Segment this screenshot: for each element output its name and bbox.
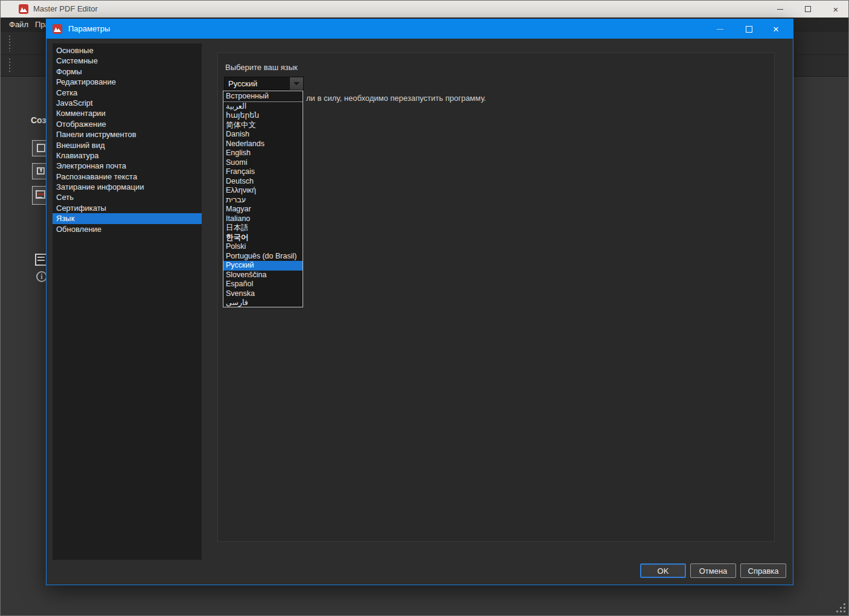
sidebar-item[interactable]: Клавиатура [53, 150, 202, 161]
language-combobox[interactable]: Русский [224, 77, 304, 91]
sidebar-item[interactable]: Формы [53, 66, 202, 77]
dialog-logo-icon [53, 24, 62, 34]
sidebar-item[interactable]: Сетка [53, 88, 202, 98]
sidebar-item[interactable]: Язык [53, 213, 202, 223]
create-heading: Соз [31, 115, 46, 125]
app-title: Master PDF Editor [33, 4, 98, 13]
sidebar-item[interactable]: Затирание информации [53, 182, 202, 192]
settings-category-list: ОсновныеСистемныеФормыРедактированиеСетк… [53, 43, 202, 560]
sidebar-item[interactable]: Редактирование [53, 77, 202, 87]
dropdown-item[interactable]: Suomi [223, 158, 303, 168]
dropdown-item[interactable]: Español [223, 280, 303, 289]
sidebar-item[interactable]: Отображение [53, 119, 202, 129]
dialog-maximize-button[interactable] [735, 19, 762, 39]
dropdown-item[interactable]: Polski [223, 242, 303, 252]
app-close-button[interactable]: × [822, 1, 849, 18]
minimize-icon [717, 29, 723, 30]
combobox-arrow-button[interactable] [289, 77, 303, 90]
dropdown-item[interactable]: Русский [223, 261, 303, 271]
app-minimize-button[interactable] [766, 1, 794, 18]
restart-note: ли в силу, необходимо перезапустить прог… [306, 94, 486, 103]
cancel-button[interactable]: Отмена [690, 563, 736, 578]
dropdown-item[interactable]: Français [223, 167, 303, 177]
sidebar-item[interactable]: Панели инструментов [53, 129, 202, 140]
dialog-titlebar: Параметры × [46, 19, 793, 39]
dropdown-item[interactable]: Встроенный [223, 92, 303, 102]
close-icon: × [833, 5, 839, 14]
dropdown-item[interactable]: Danish [223, 130, 303, 140]
dropdown-item[interactable]: Nederlands [223, 140, 303, 149]
dropdown-item[interactable]: Svenska [223, 289, 303, 299]
combobox-value: Русский [228, 79, 257, 88]
sidebar-item[interactable]: Сертификаты [53, 203, 202, 213]
app-logo-icon [19, 4, 28, 14]
dropdown-item[interactable]: Magyar [223, 205, 303, 214]
language-dropdown-list: Встроенныйالعربيةհայերեն简体中文DanishNederl… [223, 91, 303, 307]
toolbar-drag-handle[interactable] [9, 36, 11, 51]
language-label: Выберите ваш язык [225, 63, 298, 72]
chevron-down-icon [293, 82, 300, 85]
dialog-minimize-button[interactable] [706, 19, 733, 39]
close-icon: × [773, 24, 779, 34]
sidebar-item[interactable]: Сеть [53, 192, 202, 202]
app-maximize-button[interactable] [794, 1, 822, 18]
tools-drag-handle[interactable] [9, 59, 11, 73]
sidebar-item[interactable]: Распознавание текста [53, 172, 202, 182]
dropdown-item[interactable]: עברית [223, 196, 303, 205]
sidebar-item[interactable]: JavaScript [53, 98, 202, 108]
dropdown-item[interactable]: Deutsch [223, 177, 303, 187]
menu-file[interactable]: Файл [9, 20, 28, 29]
ok-button[interactable]: OK [640, 563, 686, 578]
settings-dialog: Параметры × ОсновныеСистемныеФормыРедакт… [46, 19, 793, 585]
dropdown-item[interactable]: فارسی [223, 298, 303, 307]
dropdown-item[interactable]: English [223, 149, 303, 158]
sidebar-item[interactable]: Комментарии [53, 108, 202, 118]
minimize-icon [777, 9, 783, 10]
dropdown-item[interactable]: Slovenščina [223, 271, 303, 280]
sidebar-item[interactable]: Электронная почта [53, 161, 202, 171]
window-resize-grip[interactable] [836, 611, 838, 612]
dropdown-item[interactable]: 简体中文 [223, 121, 303, 130]
sidebar-item[interactable]: Внешний вид [53, 140, 202, 150]
dropdown-item[interactable]: Ελληνική [223, 186, 303, 196]
dialog-close-button[interactable]: × [763, 19, 789, 39]
maximize-icon [805, 6, 811, 12]
app-titlebar: Master PDF Editor × [1, 1, 848, 18]
red-accent [37, 193, 44, 195]
dropdown-item[interactable]: 한국어 [223, 233, 303, 243]
maximize-icon [746, 26, 752, 33]
dropdown-item[interactable]: Português (do Brasil) [223, 252, 303, 261]
help-button[interactable]: Справка [740, 563, 786, 578]
sidebar-item[interactable]: Системные [53, 56, 202, 66]
dropdown-item[interactable]: Italiano [223, 214, 303, 224]
sidebar-item[interactable]: Обновление [53, 224, 202, 234]
dropdown-item[interactable]: 日本語 [223, 223, 303, 233]
dropdown-item[interactable]: العربية [223, 102, 303, 112]
app-window: Master PDF Editor × Файл Пра ⚙ [0, 0, 849, 616]
sidebar-item[interactable]: Основные [53, 45, 202, 56]
dialog-title: Параметры [68, 24, 110, 33]
document-panel-icon[interactable] [35, 254, 47, 266]
dropdown-item[interactable]: հայերեն [223, 111, 303, 121]
